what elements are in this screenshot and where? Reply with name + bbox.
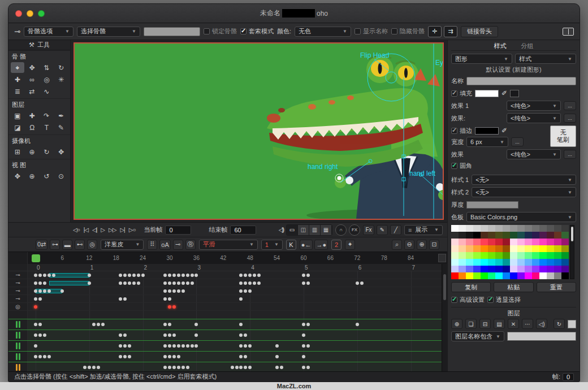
palette-swatch[interactable] [510,272,517,279]
bone-color-dropdown[interactable]: 无色▼ [295,27,351,37]
palette-swatch[interactable] [495,239,503,245]
advanced-settings-checkbox[interactable]: 高级设置 [451,296,485,304]
offset-bone-tool[interactable]: ⇄ [25,86,39,97]
keyframe-dot[interactable] [34,333,37,337]
effect3-options-button[interactable]: ... [564,150,576,159]
prev-keyframe-button[interactable]: |◁ [83,226,89,233]
interpolation-dropdown[interactable]: 平滑▼ [199,240,258,250]
palette-swatch[interactable] [554,232,561,239]
keyframe-dot[interactable] [88,274,91,277]
keyframe-dot[interactable] [43,274,46,277]
keyframe-dot[interactable] [163,355,167,358]
keyframe-dot[interactable] [128,355,131,358]
palette-swatch[interactable] [539,225,547,232]
keyframe-dot[interactable] [163,297,167,301]
keyframe-dot[interactable] [231,366,234,369]
palette-swatch[interactable] [517,225,525,232]
keyframe-dot[interactable] [194,274,198,277]
timeline-zoom-in-button[interactable]: ⊕ [417,240,427,250]
relative-keyframing-button[interactable]: 0⇄ [36,240,47,250]
rig-label-flip-head[interactable]: Flip Head [360,51,389,59]
keyframe-dot[interactable] [119,297,122,301]
palette-swatch[interactable] [503,232,510,239]
keyframe-dot[interactable] [306,344,310,348]
pencil-overlay-button[interactable]: ✎ [377,225,388,235]
layer-filter-input[interactable] [507,332,576,341]
fx-toggle-button[interactable]: FX [349,224,360,236]
palette-swatch[interactable] [466,245,473,252]
keyframe-dot[interactable] [302,344,305,348]
keyframe-dot[interactable] [38,323,42,326]
timeline-ruler[interactable]: 612182430364248546066727884 [8,252,447,264]
effect3-dropdown[interactable]: <纯色>▼ [507,149,561,159]
headphones-button[interactable]: ∩ [335,224,347,236]
keyframe-dot[interactable] [244,281,247,285]
pan-view-tool[interactable]: ✥ [11,171,24,181]
palette-swatch[interactable] [488,266,495,272]
layer-sound-button[interactable]: ◁) [536,319,547,329]
palette-swatch[interactable] [503,272,510,279]
palette-swatch[interactable] [488,232,495,239]
magnet-tool[interactable]: Ω [25,122,39,133]
palette-swatch[interactable] [466,272,473,279]
palette-swatch[interactable] [459,266,466,272]
keyframe-dot[interactable] [123,297,127,301]
keyframe-dot[interactable] [38,281,42,285]
keyframe-dot[interactable] [239,355,243,358]
effect2-dropdown[interactable]: <纯色>▼ [507,113,561,123]
tab-group[interactable]: 分组 [521,42,534,50]
cycle-next-key-button[interactable]: →● [314,240,328,250]
fill-extra-swatch[interactable] [510,90,519,97]
playhead[interactable] [32,254,40,262]
interpolation-count-dropdown[interactable]: 1▼ [261,240,283,250]
keyframe-dot[interactable] [163,323,167,326]
keyframe-dot[interactable] [43,289,46,293]
palette-swatch[interactable] [525,259,532,266]
scrollbar-thumb[interactable] [443,274,446,300]
palette-swatch[interactable] [532,239,539,245]
palette-swatch[interactable] [473,239,481,245]
palette-swatch[interactable] [488,225,495,232]
track-camera-tool[interactable]: ⊞ [11,146,24,157]
reset-rotation-button[interactable]: Ⓡ [185,240,196,250]
keyframe-dot[interactable] [239,366,243,369]
palette-swatch[interactable] [547,239,554,245]
cycle-prev-key-button[interactable]: ●← [300,240,313,250]
tab-style[interactable]: 样式 [494,42,507,50]
timeline-fit-button[interactable]: ⊡ [429,240,439,250]
effect1-options-button[interactable]: ... [564,101,576,110]
new-layer-button[interactable]: ⊕ [451,319,462,329]
palette-swatch[interactable] [459,232,466,239]
keyframe-dot[interactable] [123,281,127,285]
keyframe-dot[interactable] [172,289,176,293]
keyframe-dot[interactable] [194,344,198,348]
bone-name-input[interactable] [144,27,200,36]
keyframe-dot[interactable] [248,344,252,348]
keyframe-dot[interactable] [123,344,127,348]
palette-swatch[interactable] [532,245,539,252]
keyframe-dot[interactable] [168,355,171,358]
palette-swatch[interactable] [525,245,532,252]
palette-swatch[interactable] [466,225,473,232]
keyframe-dot[interactable] [43,355,46,358]
style1-dropdown[interactable]: <无>▼ [472,175,576,185]
palette-swatch[interactable] [481,245,488,252]
keyframe-dot[interactable] [38,289,42,293]
keyframe-dot[interactable] [177,289,180,293]
pan-tilt-camera-tool[interactable]: ✥ [54,146,68,157]
keyframe-dot[interactable] [248,281,252,285]
keyframe-dot[interactable] [38,355,42,358]
keyframe-dot[interactable] [88,281,91,285]
effect1-dropdown[interactable]: <纯色>▼ [507,101,561,111]
palette-swatch[interactable] [503,259,510,266]
palette-swatch[interactable] [451,272,459,279]
palette-swatch[interactable] [481,272,488,279]
palette-swatch[interactable] [481,225,488,232]
play-button[interactable]: ▷ [100,226,106,233]
keyframe-dot[interactable] [177,344,180,348]
keyframe-dot[interactable] [239,323,243,326]
palette-swatch[interactable] [481,252,488,259]
palette-scrollbar-thumb[interactable] [571,227,573,241]
palette-swatch[interactable] [495,225,503,232]
palette-swatch[interactable] [503,225,510,232]
